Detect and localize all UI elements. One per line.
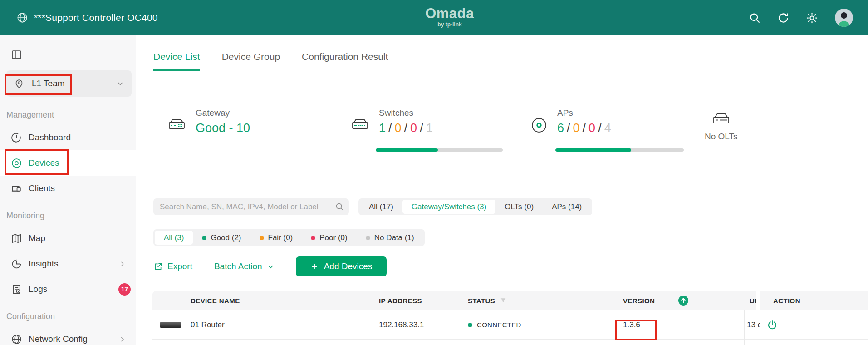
count-separator: / bbox=[402, 121, 411, 135]
switches-progress-bar bbox=[376, 148, 503, 152]
col-status[interactable]: STATUS bbox=[468, 291, 507, 310]
aps-progress-bar bbox=[555, 148, 684, 152]
filter-status-fair[interactable]: Fair (0) bbox=[250, 231, 302, 245]
filter-label: Fair (0) bbox=[268, 233, 293, 242]
sidebar-item-label: Insights bbox=[29, 259, 58, 269]
card-label: APs bbox=[557, 108, 611, 118]
gateway-status-value: Good - 10 bbox=[196, 121, 250, 135]
filter-label: No Data (1) bbox=[374, 233, 414, 242]
devices-target-icon bbox=[11, 158, 22, 169]
filter-type-gateway-switches[interactable]: Gateway/Switches (3) bbox=[402, 200, 495, 214]
col-status-label: STATUS bbox=[468, 297, 495, 305]
device-thumbnail bbox=[160, 310, 181, 340]
chevron-down-icon bbox=[116, 79, 124, 88]
chevron-down-icon bbox=[267, 263, 275, 271]
tab-device-group[interactable]: Device Group bbox=[222, 51, 280, 71]
export-icon bbox=[153, 262, 163, 271]
connected-status-dot bbox=[468, 323, 472, 327]
filter-type-all[interactable]: All (17) bbox=[360, 200, 402, 214]
filter-funnel-icon[interactable] bbox=[500, 297, 507, 304]
header-actions bbox=[749, 0, 853, 35]
sort-ascending-icon[interactable] bbox=[678, 295, 689, 306]
filter-status-no-data[interactable]: No Data (1) bbox=[357, 231, 423, 245]
sidebar-item-dashboard[interactable]: Dashboard bbox=[0, 125, 136, 150]
network-globe-icon bbox=[11, 334, 22, 345]
map-icon bbox=[11, 233, 22, 244]
good-status-dot bbox=[202, 236, 206, 240]
count-separator: / bbox=[595, 121, 604, 135]
count-separator: / bbox=[580, 121, 589, 135]
tab-configuration-result[interactable]: Configuration Result bbox=[302, 51, 388, 71]
collapse-sidebar-icon[interactable] bbox=[11, 49, 22, 60]
filter-status-good[interactable]: Good (2) bbox=[193, 231, 250, 245]
section-configuration: Configuration bbox=[6, 312, 55, 321]
add-devices-label: Add Devices bbox=[324, 261, 373, 271]
sidebar-item-clients[interactable]: Clients bbox=[0, 176, 136, 201]
router-image bbox=[160, 322, 181, 328]
tab-bar: Device List Device Group Configuration R… bbox=[136, 35, 868, 71]
count-poor: 0 bbox=[588, 121, 595, 135]
device-status-filter: All (3) Good (2) Fair (0) Poor (0) No Da… bbox=[153, 229, 425, 246]
col-action: ACTION bbox=[773, 291, 800, 310]
sidebar-item-network-config[interactable]: Network Config bbox=[0, 326, 136, 345]
count-fair: 0 bbox=[395, 121, 402, 135]
sidebar-item-map[interactable]: Map bbox=[0, 226, 136, 251]
cell-device-name[interactable]: 01 Router bbox=[191, 310, 225, 340]
cell-ip-address: 192.168.33.1 bbox=[379, 310, 424, 340]
sidebar-item-devices[interactable]: Devices bbox=[0, 150, 136, 176]
cell-status: CONNECTED bbox=[468, 310, 521, 340]
filter-type-aps[interactable]: APs (14) bbox=[543, 200, 591, 214]
no-data-status-dot bbox=[366, 236, 370, 240]
device-type-filter: All (17) Gateway/Switches (3) OLTs (0) A… bbox=[358, 198, 592, 215]
count-no-data: 1 bbox=[426, 121, 433, 135]
search-icon[interactable] bbox=[749, 12, 761, 24]
power-reboot-icon[interactable] bbox=[767, 320, 778, 330]
fair-status-dot bbox=[260, 236, 264, 240]
sidebar: L1 Team Management Dashboard Devices Cl bbox=[0, 35, 136, 345]
controller-identity: ***Support Controller OC400 bbox=[16, 0, 158, 35]
batch-action-button[interactable]: Batch Action bbox=[214, 261, 275, 271]
export-button[interactable]: Export bbox=[153, 261, 192, 271]
batch-action-label: Batch Action bbox=[214, 261, 262, 271]
clients-devices-icon bbox=[11, 183, 22, 194]
filter-status-poor[interactable]: Poor (0) bbox=[302, 231, 356, 245]
omada-logo: Omada by tp-link bbox=[425, 6, 474, 28]
col-device-name[interactable]: DEVICE NAME bbox=[191, 291, 240, 310]
cell-uptime: 13 days bbox=[747, 310, 760, 340]
controller-name: ***Support Controller OC400 bbox=[34, 12, 158, 23]
cell-version: 1.3.6 bbox=[623, 310, 640, 340]
count-good: 1 bbox=[379, 121, 386, 135]
card-label: Switches bbox=[379, 108, 433, 118]
export-label: Export bbox=[167, 261, 192, 271]
chevron-right-icon bbox=[118, 335, 126, 343]
table-row[interactable]: 01 Router 192.168.33.1 CONNECTED 1.3.6 1… bbox=[152, 310, 868, 340]
search-icon[interactable] bbox=[335, 202, 344, 212]
logs-document-icon bbox=[11, 284, 22, 295]
location-pin-icon bbox=[14, 78, 25, 89]
sidebar-item-label: Map bbox=[29, 233, 45, 243]
filter-type-olts[interactable]: OLTs (0) bbox=[495, 200, 543, 214]
add-devices-button[interactable]: Add Devices bbox=[296, 256, 387, 276]
filter-status-all[interactable]: All (3) bbox=[155, 231, 193, 245]
search-input[interactable] bbox=[153, 198, 349, 215]
no-olts-label: No OLTs bbox=[705, 132, 738, 142]
col-version[interactable]: VERSION bbox=[623, 291, 655, 310]
tab-device-list[interactable]: Device List bbox=[153, 51, 200, 71]
table-header: DEVICE NAME IP ADDRESS STATUS VERSION UP… bbox=[152, 291, 868, 310]
sidebar-item-label: Dashboard bbox=[29, 133, 71, 143]
dashboard-gauge-icon bbox=[11, 132, 22, 143]
count-separator: / bbox=[386, 121, 395, 135]
sidebar-item-logs[interactable]: Logs 17 bbox=[0, 276, 136, 302]
olt-device-icon bbox=[711, 112, 732, 127]
logs-count-badge: 17 bbox=[118, 283, 131, 296]
aps-counts: 6/0/0/4 bbox=[557, 121, 611, 135]
refresh-icon[interactable] bbox=[777, 12, 790, 24]
avatar[interactable] bbox=[834, 8, 853, 27]
sidebar-item-label: Network Config bbox=[29, 334, 88, 344]
sidebar-item-label: Devices bbox=[29, 158, 59, 168]
sidebar-item-insights[interactable]: Insights bbox=[0, 251, 136, 276]
plus-icon bbox=[310, 262, 319, 271]
site-selector[interactable]: L1 Team bbox=[6, 70, 132, 97]
col-ip-address[interactable]: IP ADDRESS bbox=[379, 291, 422, 310]
brightness-icon[interactable] bbox=[806, 12, 818, 24]
